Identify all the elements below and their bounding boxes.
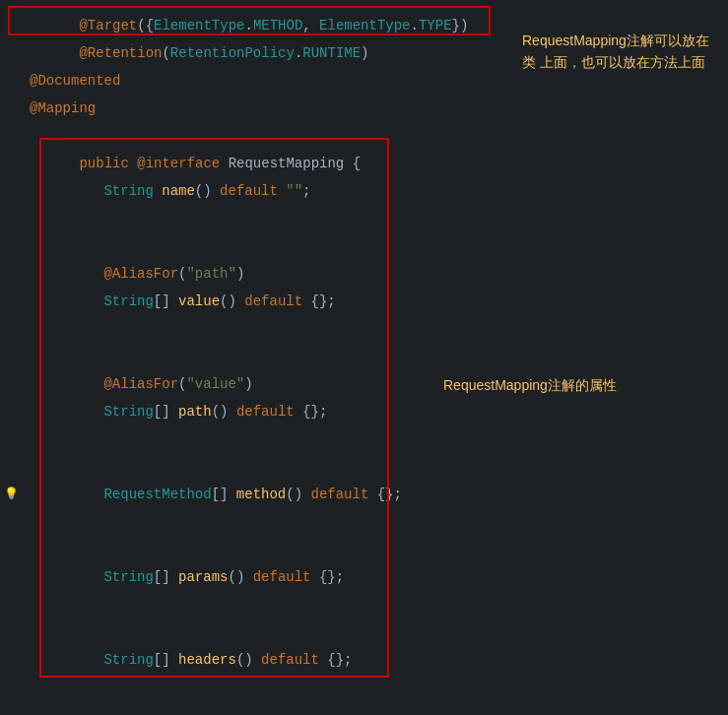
code-line-24: String[] headers() default {}; — [0, 646, 728, 674]
code-line-4: @Mapping — [0, 95, 728, 122]
code-container: RequestMapping注解可以放在类 上面，也可以放在方法上面 Reque… — [0, 0, 728, 715]
code-line-12 — [0, 315, 728, 343]
code-line-7: String name() default ""; — [0, 177, 728, 205]
code-line-3: @Documented — [0, 67, 728, 95]
code-line-11: String[] value() default {}; — [0, 288, 728, 315]
code-line-18: 💡 RequestMethod[] method() default {}; — [0, 481, 728, 508]
code-line-19 — [0, 508, 728, 536]
code-line-26 — [0, 701, 728, 715]
code-line-25 — [0, 674, 728, 701]
code-line-2: @Retention(RetentionPolicy.RUNTIME) — [0, 39, 728, 67]
code-line-21: String[] params() default {}; — [0, 563, 728, 591]
code-line-15: String[] path() default {}; — [0, 398, 728, 425]
code-line-8 — [0, 205, 728, 232]
bulb-icon: 💡 — [4, 487, 19, 501]
code-line-22 — [0, 591, 728, 618]
code-line-16 — [0, 425, 728, 453]
